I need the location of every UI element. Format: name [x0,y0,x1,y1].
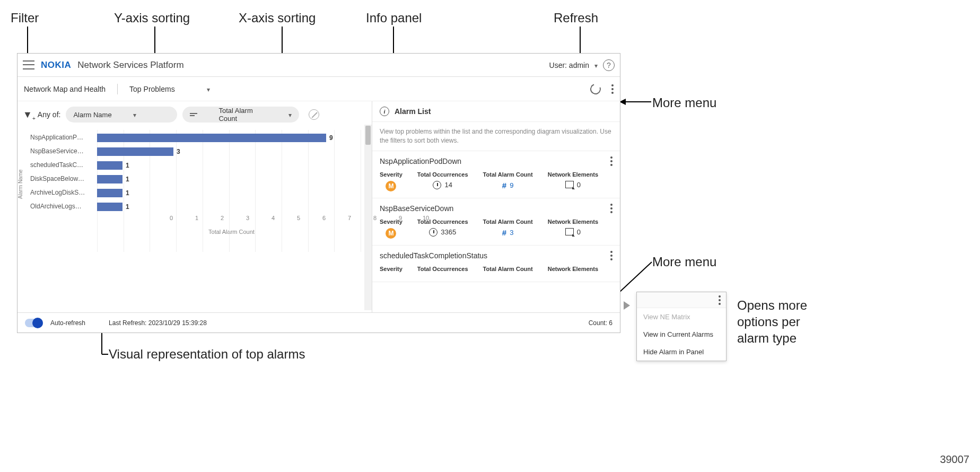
refresh-icon[interactable] [589,82,603,96]
metric-alarm-count: Total Alarm Count#3 [483,218,533,239]
alarm-item: scheduledTaskCompletionStatusSeverityTot… [372,246,620,282]
bar-category-label: NspBaseService… [23,147,92,155]
bar-row: 1 [97,160,366,172]
bar[interactable] [97,147,173,156]
bar-row: 3 [97,146,366,159]
info-panel-title: Alarm List [395,107,431,116]
metric-severity: SeverityM [380,218,402,239]
filter-anyof-label: Any of: [38,110,61,119]
callout-opens: Opens more options per alarm type [737,297,822,347]
alarm-more-icon[interactable] [610,156,612,166]
y-sort-dropdown[interactable]: Alarm Name [66,107,177,123]
metric-network-elements: Network Elements0 [548,218,598,239]
menu-item-view-current-alarms[interactable]: View in Current Alarms [637,326,726,343]
x-tick: 8 [373,215,377,221]
x-tick: 6 [322,215,326,221]
x-tick: 3 [246,215,249,221]
metric-severity: SeverityM [380,171,402,191]
x-tick: 5 [297,215,300,221]
alarm-more-menu: View NE Matrix View in Current Alarms Hi… [636,292,727,361]
menu-item-hide-alarm[interactable]: Hide Alarm in Panel [637,343,726,361]
alarm-more-icon[interactable] [610,204,612,213]
bar[interactable] [97,189,122,197]
x-sort-dropdown[interactable]: Total Alarm Count [182,107,299,123]
x-tick: 9 [399,215,402,221]
x-tick: 7 [348,215,351,221]
callout-moremenu2: More menu [652,255,716,269]
bar-row: 1 [97,187,366,200]
bar-value: 1 [126,162,129,169]
more-menu-icon[interactable] [719,295,721,305]
x-tick: 0 [170,215,173,221]
menu-item-view-ne-matrix[interactable]: View NE Matrix [637,308,726,326]
app-window: NOKIA Network Services Platform User: ad… [17,53,620,333]
auto-refresh-toggle[interactable] [25,319,43,327]
scrollbar[interactable] [364,125,372,310]
bar-category-label: ArchiveLogDiskS… [23,189,92,196]
last-refresh-label: Last Refresh: 2023/10/29 15:39:28 [109,319,207,327]
callout-refresh: Refresh [554,11,598,25]
menu-pointer-icon [624,301,630,310]
filter-icon[interactable]: ▼ [23,109,32,120]
x-ticks: 012345678910 [171,215,366,224]
divider [117,84,118,94]
footer: Auto-refresh Last Refresh: 2023/10/29 15… [18,312,620,333]
bar[interactable] [97,175,122,183]
bar-value: 9 [329,134,333,142]
more-menu-icon[interactable] [611,84,614,94]
view-dropdown[interactable]: Top Problems [129,85,210,93]
x-tick: 2 [221,215,224,221]
alarm-item: NspBaseServiceDownSeverityMTotal Occurre… [372,198,620,246]
alarm-more-icon[interactable] [610,251,612,260]
help-icon[interactable]: ? [603,59,615,71]
bar[interactable] [97,161,122,170]
metric-occurrences: Total Occurrences [417,266,468,275]
logo: NOKIA [41,60,71,71]
x-tick: 1 [195,215,198,221]
sort-icon [190,113,197,116]
bar-category-label: OldArchiveLogs… [23,203,92,210]
pop-menu-header [637,292,726,308]
app-title: Network Services Platform [77,60,183,71]
user-dropdown-icon[interactable] [594,61,598,69]
bar[interactable] [97,134,326,142]
user-label[interactable]: User: admin [549,61,589,69]
metric-network-elements: Network Elements0 [548,171,598,191]
metric-alarm-count: Total Alarm Count#9 [483,171,533,191]
bar-value: 1 [126,189,129,197]
y-sort-label: Alarm Name [73,111,111,119]
content: ▼ Any of: Alarm Name Total Alarm Count A… [18,101,620,312]
clear-filter-icon[interactable] [309,109,319,120]
chevron-down-icon [207,85,210,93]
info-icon[interactable]: i [380,107,389,116]
callout-filter: Filter [11,11,39,25]
bar-row: 1 [97,173,366,186]
breadcrumb[interactable]: Network Map and Health [24,85,106,93]
metric-alarm-count: Total Alarm Count [483,266,533,275]
info-panel-desc: View top problems within the list and th… [372,122,620,151]
info-panel: i Alarm List View top problems within th… [372,101,620,312]
view-dropdown-label: Top Problems [129,85,175,93]
alarm-item: NspApplicationPodDownSeverityMTotal Occu… [372,151,620,198]
callout-visual: Visual representation of top alarms [109,347,305,362]
info-panel-header: i Alarm List [372,101,620,122]
metric-occurrences: Total Occurrences14 [417,171,468,191]
hamburger-icon[interactable] [23,59,34,71]
arrow-moremenu1 [619,98,651,108]
chevron-down-icon [133,111,136,119]
bar-value: 1 [126,176,129,183]
bar-row: 9 [97,132,366,145]
filter-row: ▼ Any of: Alarm Name Total Alarm Count [23,107,366,123]
x-axis-label: Total Alarm Count [97,229,366,235]
auto-refresh-label: Auto-refresh [50,319,85,327]
chart-panel: ▼ Any of: Alarm Name Total Alarm Count A… [18,101,372,312]
page-number: 39007 [940,453,969,466]
bar-category-label: DiskSpaceBelow… [23,175,92,182]
metric-occurrences: Total Occurrences3365 [417,218,468,239]
callout-ysort: Y-axis sorting [114,11,190,25]
callout-xsort: X-axis sorting [239,11,316,25]
top-bar: NOKIA Network Services Platform User: ad… [18,54,620,77]
x-tick: 4 [272,215,275,221]
bar[interactable] [97,203,122,211]
bar-category-label: scheduledTaskC… [23,161,92,169]
